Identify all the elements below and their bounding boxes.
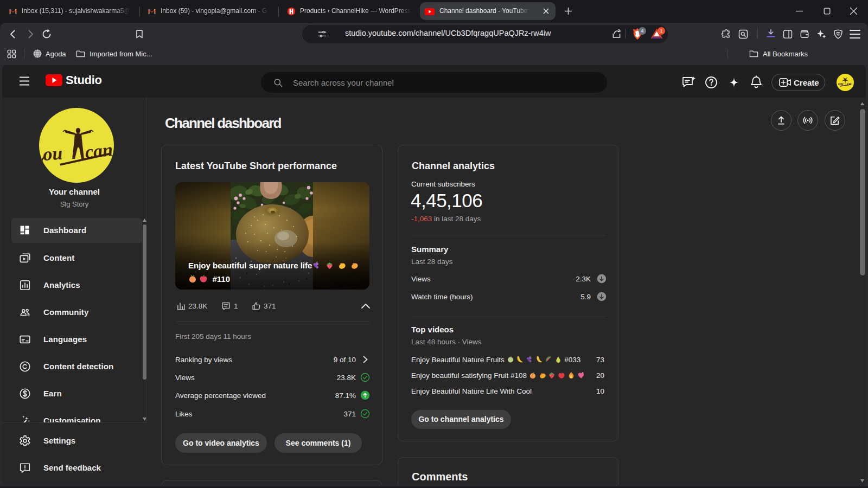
- svg-text:can: can: [84, 139, 114, 162]
- svg-text:ou: ou: [42, 143, 63, 164]
